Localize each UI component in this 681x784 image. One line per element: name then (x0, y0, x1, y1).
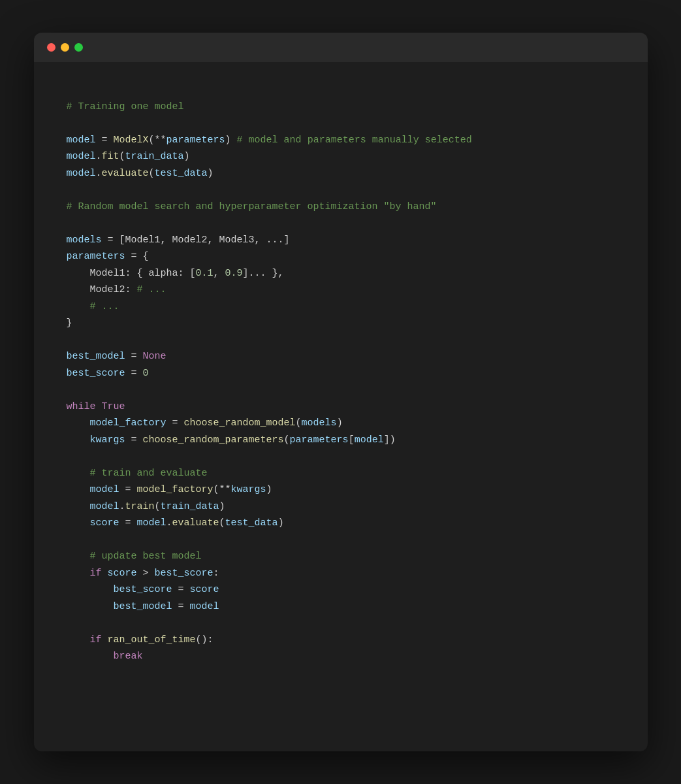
code-window: # Training one model model = ModelX(**pa… (34, 33, 648, 751)
close-button[interactable] (47, 43, 55, 52)
minimize-button[interactable] (61, 43, 69, 52)
comment-1: # Training one model (67, 101, 184, 112)
maximize-button[interactable] (74, 43, 83, 52)
code-editor: # Training one model model = ModelX(**pa… (34, 62, 648, 714)
code-line-3: model (67, 135, 96, 146)
titlebar (34, 33, 648, 62)
